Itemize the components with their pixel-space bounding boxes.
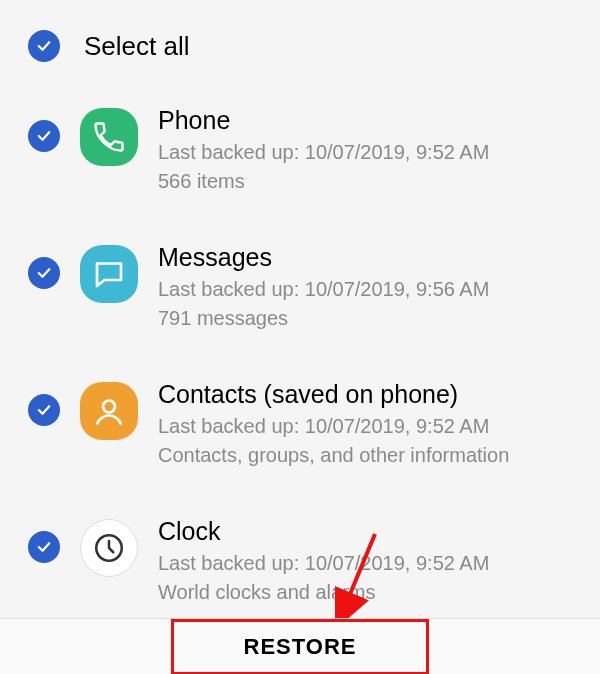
list-item[interactable]: Messages Last backed up: 10/07/2019, 9:5… <box>20 219 580 356</box>
check-icon <box>35 37 53 55</box>
clock-icon <box>80 519 138 577</box>
item-title: Clock <box>158 517 572 546</box>
check-icon <box>35 127 53 145</box>
item-checkbox[interactable] <box>28 120 60 152</box>
item-detail: 566 items <box>158 168 572 195</box>
item-title: Messages <box>158 243 572 272</box>
footer-bar: RESTORE <box>0 618 600 674</box>
phone-icon <box>80 108 138 166</box>
item-backup-line: Last backed up: 10/07/2019, 9:52 AM <box>158 413 572 440</box>
restore-button[interactable]: RESTORE <box>171 619 430 675</box>
check-icon <box>35 401 53 419</box>
item-title: Phone <box>158 106 572 135</box>
list-item[interactable]: Phone Last backed up: 10/07/2019, 9:52 A… <box>20 82 580 219</box>
check-icon <box>35 538 53 556</box>
item-detail: 791 messages <box>158 305 572 332</box>
item-backup-line: Last backed up: 10/07/2019, 9:52 AM <box>158 139 572 166</box>
item-checkbox[interactable] <box>28 531 60 563</box>
list-item[interactable]: Clock Last backed up: 10/07/2019, 9:52 A… <box>20 493 580 630</box>
select-all-label: Select all <box>84 31 190 62</box>
item-checkbox[interactable] <box>28 394 60 426</box>
list-item[interactable]: Contacts (saved on phone) Last backed up… <box>20 356 580 493</box>
check-icon <box>35 264 53 282</box>
item-detail: World clocks and alarms <box>158 579 572 606</box>
contacts-icon <box>80 382 138 440</box>
item-detail: Contacts, groups, and other information <box>158 442 572 469</box>
item-backup-line: Last backed up: 10/07/2019, 9:56 AM <box>158 276 572 303</box>
svg-point-0 <box>103 401 115 413</box>
select-all-checkbox[interactable] <box>28 30 60 62</box>
item-title: Contacts (saved on phone) <box>158 380 572 409</box>
item-checkbox[interactable] <box>28 257 60 289</box>
item-backup-line: Last backed up: 10/07/2019, 9:52 AM <box>158 550 572 577</box>
messages-icon <box>80 245 138 303</box>
select-all-row[interactable]: Select all <box>20 0 580 82</box>
